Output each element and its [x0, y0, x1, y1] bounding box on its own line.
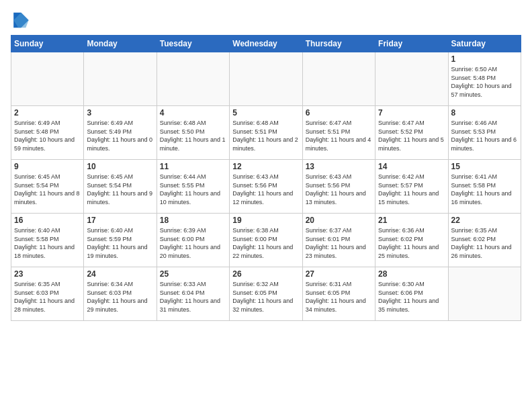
calendar-cell: 12Sunrise: 6:43 AM Sunset: 5:56 PM Dayli…: [230, 160, 302, 214]
calendar-cell: [157, 52, 229, 106]
calendar-cell: [302, 52, 375, 106]
calendar-cell: 17Sunrise: 6:40 AM Sunset: 5:59 PM Dayli…: [84, 214, 157, 267]
page-header: [11, 11, 521, 30]
day-info: Sunrise: 6:48 AM Sunset: 5:51 PM Dayligh…: [232, 119, 299, 152]
day-number: 21: [378, 216, 445, 225]
day-number: 13: [306, 162, 372, 171]
day-number: 3: [87, 108, 153, 118]
calendar-cell: 28Sunrise: 6:30 AM Sunset: 6:06 PM Dayli…: [375, 267, 448, 321]
calendar-cell: 4Sunrise: 6:48 AM Sunset: 5:50 PM Daylig…: [157, 106, 229, 160]
day-number: 27: [306, 269, 372, 279]
day-info: Sunrise: 6:46 AM Sunset: 5:53 PM Dayligh…: [451, 119, 518, 152]
calendar-cell: 8Sunrise: 6:46 AM Sunset: 5:53 PM Daylig…: [448, 106, 521, 160]
column-header-tuesday: Tuesday: [157, 36, 229, 52]
day-info: Sunrise: 6:49 AM Sunset: 5:49 PM Dayligh…: [87, 119, 153, 152]
day-number: 16: [14, 216, 81, 225]
column-header-wednesday: Wednesday: [230, 36, 302, 52]
calendar-cell: 1Sunrise: 6:50 AM Sunset: 5:48 PM Daylig…: [448, 52, 521, 106]
day-info: Sunrise: 6:44 AM Sunset: 5:55 PM Dayligh…: [160, 173, 226, 206]
calendar-week-row: 23Sunrise: 6:35 AM Sunset: 6:03 PM Dayli…: [11, 267, 521, 321]
day-info: Sunrise: 6:37 AM Sunset: 6:01 PM Dayligh…: [306, 226, 372, 260]
calendar-header-row: SundayMondayTuesdayWednesdayThursdayFrid…: [11, 36, 521, 52]
column-header-monday: Monday: [84, 36, 157, 52]
calendar-cell: 13Sunrise: 6:43 AM Sunset: 5:56 PM Dayli…: [302, 160, 375, 214]
day-info: Sunrise: 6:36 AM Sunset: 6:02 PM Dayligh…: [378, 226, 445, 260]
day-number: 20: [306, 216, 372, 225]
calendar-cell: 20Sunrise: 6:37 AM Sunset: 6:01 PM Dayli…: [302, 214, 375, 267]
column-header-sunday: Sunday: [11, 36, 84, 52]
logo-icon: [11, 11, 30, 30]
calendar-cell: [448, 267, 521, 321]
day-info: Sunrise: 6:33 AM Sunset: 6:04 PM Dayligh…: [160, 280, 226, 314]
calendar-week-row: 9Sunrise: 6:45 AM Sunset: 5:54 PM Daylig…: [11, 160, 521, 214]
calendar-cell: 25Sunrise: 6:33 AM Sunset: 6:04 PM Dayli…: [157, 267, 229, 321]
day-info: Sunrise: 6:41 AM Sunset: 5:58 PM Dayligh…: [451, 173, 518, 206]
day-info: Sunrise: 6:38 AM Sunset: 6:00 PM Dayligh…: [232, 226, 299, 260]
column-header-friday: Friday: [375, 36, 448, 52]
day-info: Sunrise: 6:34 AM Sunset: 6:03 PM Dayligh…: [87, 280, 153, 314]
calendar-cell: 18Sunrise: 6:39 AM Sunset: 6:00 PM Dayli…: [157, 214, 229, 267]
day-info: Sunrise: 6:45 AM Sunset: 5:54 PM Dayligh…: [14, 173, 81, 206]
day-info: Sunrise: 6:32 AM Sunset: 6:05 PM Dayligh…: [232, 280, 299, 314]
calendar-cell: 19Sunrise: 6:38 AM Sunset: 6:00 PM Dayli…: [230, 214, 302, 267]
day-number: 1: [451, 54, 518, 64]
day-number: 2: [14, 108, 81, 118]
calendar-cell: 9Sunrise: 6:45 AM Sunset: 5:54 PM Daylig…: [11, 160, 84, 214]
column-header-saturday: Saturday: [448, 36, 521, 52]
calendar-cell: 6Sunrise: 6:47 AM Sunset: 5:51 PM Daylig…: [302, 106, 375, 160]
calendar-cell: 23Sunrise: 6:35 AM Sunset: 6:03 PM Dayli…: [11, 267, 84, 321]
calendar-cell: 21Sunrise: 6:36 AM Sunset: 6:02 PM Dayli…: [375, 214, 448, 267]
day-number: 4: [160, 108, 226, 118]
day-info: Sunrise: 6:35 AM Sunset: 6:02 PM Dayligh…: [451, 226, 518, 260]
day-info: Sunrise: 6:50 AM Sunset: 5:48 PM Dayligh…: [451, 65, 518, 99]
calendar-cell: 16Sunrise: 6:40 AM Sunset: 5:58 PM Dayli…: [11, 214, 84, 267]
day-number: 17: [87, 216, 153, 225]
calendar-cell: 14Sunrise: 6:42 AM Sunset: 5:57 PM Dayli…: [375, 160, 448, 214]
logo: [11, 11, 32, 30]
day-number: 23: [14, 269, 81, 279]
column-header-thursday: Thursday: [302, 36, 375, 52]
day-number: 10: [87, 162, 153, 171]
day-info: Sunrise: 6:40 AM Sunset: 5:59 PM Dayligh…: [87, 226, 153, 260]
day-number: 22: [451, 216, 518, 225]
calendar-week-row: 2Sunrise: 6:49 AM Sunset: 5:48 PM Daylig…: [11, 106, 521, 160]
calendar-cell: 7Sunrise: 6:47 AM Sunset: 5:52 PM Daylig…: [375, 106, 448, 160]
day-info: Sunrise: 6:45 AM Sunset: 5:54 PM Dayligh…: [87, 173, 153, 206]
calendar-cell: 5Sunrise: 6:48 AM Sunset: 5:51 PM Daylig…: [230, 106, 302, 160]
calendar-cell: 27Sunrise: 6:31 AM Sunset: 6:05 PM Dayli…: [302, 267, 375, 321]
day-number: 14: [378, 162, 445, 171]
day-info: Sunrise: 6:49 AM Sunset: 5:48 PM Dayligh…: [14, 119, 81, 152]
day-number: 11: [160, 162, 226, 171]
calendar-cell: 26Sunrise: 6:32 AM Sunset: 6:05 PM Dayli…: [230, 267, 302, 321]
day-number: 15: [451, 162, 518, 171]
calendar-week-row: 16Sunrise: 6:40 AM Sunset: 5:58 PM Dayli…: [11, 214, 521, 267]
calendar-cell: [230, 52, 302, 106]
day-number: 24: [87, 269, 153, 279]
calendar-week-row: 1Sunrise: 6:50 AM Sunset: 5:48 PM Daylig…: [11, 52, 521, 106]
day-number: 7: [378, 108, 445, 118]
day-number: 26: [232, 269, 299, 279]
calendar-cell: 11Sunrise: 6:44 AM Sunset: 5:55 PM Dayli…: [157, 160, 229, 214]
day-info: Sunrise: 6:39 AM Sunset: 6:00 PM Dayligh…: [160, 226, 226, 260]
day-number: 8: [451, 108, 518, 118]
calendar-cell: [11, 52, 84, 106]
day-info: Sunrise: 6:40 AM Sunset: 5:58 PM Dayligh…: [14, 226, 81, 260]
calendar-cell: 3Sunrise: 6:49 AM Sunset: 5:49 PM Daylig…: [84, 106, 157, 160]
day-info: Sunrise: 6:43 AM Sunset: 5:56 PM Dayligh…: [306, 173, 372, 206]
day-number: 12: [232, 162, 299, 171]
day-info: Sunrise: 6:31 AM Sunset: 6:05 PM Dayligh…: [306, 280, 372, 314]
day-info: Sunrise: 6:43 AM Sunset: 5:56 PM Dayligh…: [232, 173, 299, 206]
day-info: Sunrise: 6:47 AM Sunset: 5:52 PM Dayligh…: [378, 119, 445, 152]
day-number: 18: [160, 216, 226, 225]
calendar-cell: 15Sunrise: 6:41 AM Sunset: 5:58 PM Dayli…: [448, 160, 521, 214]
day-number: 9: [14, 162, 81, 171]
calendar-cell: [375, 52, 448, 106]
day-number: 25: [160, 269, 226, 279]
calendar-table: SundayMondayTuesdayWednesdayThursdayFrid…: [11, 35, 521, 321]
day-info: Sunrise: 6:30 AM Sunset: 6:06 PM Dayligh…: [378, 280, 445, 314]
day-info: Sunrise: 6:47 AM Sunset: 5:51 PM Dayligh…: [306, 119, 372, 152]
day-info: Sunrise: 6:35 AM Sunset: 6:03 PM Dayligh…: [14, 280, 81, 314]
calendar-cell: 24Sunrise: 6:34 AM Sunset: 6:03 PM Dayli…: [84, 267, 157, 321]
calendar-cell: 10Sunrise: 6:45 AM Sunset: 5:54 PM Dayli…: [84, 160, 157, 214]
day-number: 19: [232, 216, 299, 225]
